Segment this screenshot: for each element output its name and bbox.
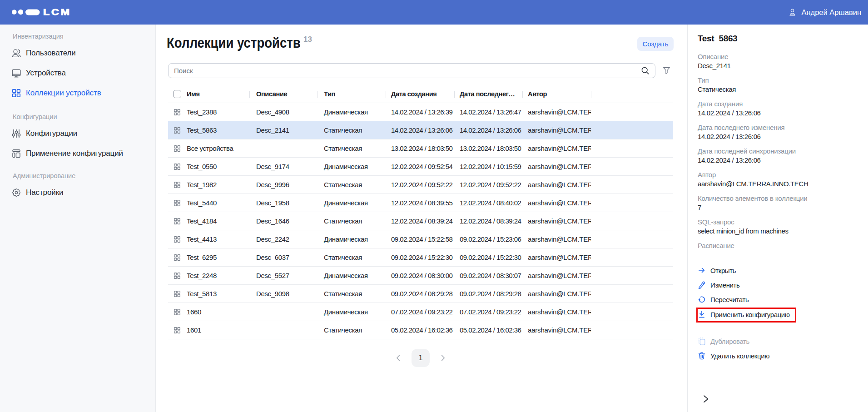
column-header[interactable]: Автор bbox=[522, 85, 591, 103]
cell-created: 12.02.2024 / 08:39:24 bbox=[386, 212, 454, 230]
table-row[interactable]: 1601Статическая05.02.2024 / 16:02:3605.0… bbox=[168, 321, 673, 339]
cell-created: 09.02.2024 / 08:30:00 bbox=[386, 267, 454, 284]
collapse-panel-icon[interactable] bbox=[700, 393, 712, 405]
cell-author: aarshavin@LCM.TERRA.INNO.TECH bbox=[522, 321, 591, 339]
cell-description: Desc_9174 bbox=[249, 158, 317, 175]
create-button[interactable]: Создать bbox=[637, 37, 674, 51]
action-download[interactable]: Применить конфигурацию bbox=[698, 307, 868, 322]
column-header[interactable]: Тип bbox=[317, 85, 386, 103]
search-row bbox=[168, 63, 673, 78]
column-header[interactable]: Дата создания bbox=[386, 85, 454, 103]
prev-page-icon[interactable] bbox=[395, 354, 402, 362]
collection-icon bbox=[174, 254, 180, 261]
cell-type: Статическая bbox=[317, 212, 386, 230]
sidebar-item-layout[interactable]: Применение конфигураций bbox=[0, 144, 155, 164]
filter-icon[interactable] bbox=[663, 66, 670, 74]
cell-type: Динамическая bbox=[317, 158, 386, 175]
table-row[interactable]: Test_1982Desc_9996Статическая12.02.2024 … bbox=[168, 176, 673, 194]
table-row[interactable]: Test_2388Desc_4908Динамическая14.02.2024… bbox=[168, 103, 673, 121]
field-label: Автор bbox=[698, 170, 868, 179]
details-title: Test_5863 bbox=[698, 33, 868, 44]
page-number[interactable]: 1 bbox=[412, 349, 430, 367]
field-value: Статическая bbox=[698, 85, 868, 94]
cell-author: aarshavin@LCM.TERRA.INNO.TECH bbox=[522, 103, 591, 121]
collection-icon bbox=[174, 273, 180, 279]
field-label: Дата создания bbox=[698, 99, 868, 109]
cell-created: 12.02.2024 / 08:39:55 bbox=[386, 194, 454, 212]
cell-description bbox=[249, 139, 317, 157]
cell-author: aarshavin@LCM.TERRA.INNO.TECH bbox=[522, 121, 591, 139]
cell-type: Статическая bbox=[317, 139, 386, 157]
sidebar-section-gap bbox=[0, 164, 155, 173]
cell-author: aarshavin@LCM.TERRA.INNO.TECH bbox=[522, 285, 591, 303]
field-value: Desc_2141 bbox=[698, 61, 868, 70]
action-pencil[interactable]: Изменить bbox=[698, 278, 868, 292]
table-row[interactable]: Test_5863Desc_2141Статическая14.02.2024 … bbox=[168, 121, 673, 139]
sidebar-section-label: Инвентаризация bbox=[0, 33, 155, 40]
field-value: 14.02.2024 / 13:26:06 bbox=[698, 156, 868, 165]
cell-type: Динамическая bbox=[317, 303, 386, 321]
cell-empty bbox=[591, 139, 673, 157]
table-row[interactable]: Test_4413Desc_2242Динамическая09.02.2024… bbox=[168, 230, 673, 248]
table-row[interactable]: Test_4184Desc_1646Статическая12.02.2024 … bbox=[168, 212, 673, 230]
cell-author: aarshavin@LCM.TERRA.INNO.TECH bbox=[522, 176, 591, 194]
sidebar-item-users[interactable]: Пользователи bbox=[0, 43, 155, 63]
action-trash[interactable]: Удалить коллекцию bbox=[698, 348, 868, 363]
column-header[interactable]: Дата последнег… bbox=[454, 85, 522, 103]
collection-icon bbox=[174, 291, 180, 297]
sidebar-item-monitor[interactable]: Устройства bbox=[0, 63, 155, 83]
cell-type: Динамическая bbox=[317, 267, 386, 284]
table-row[interactable]: Все устройстваСтатическая13.02.2024 / 18… bbox=[168, 139, 673, 158]
table-row[interactable]: Test_5813Desc_9098Статическая09.02.2024 … bbox=[168, 285, 673, 303]
cell-modified: 12.02.2024 / 08:40:02 bbox=[454, 194, 522, 212]
search-input[interactable] bbox=[168, 63, 655, 78]
cell-empty bbox=[591, 121, 673, 139]
sidebar-item-label: Коллекции устройств bbox=[26, 89, 101, 98]
gear-icon-svg bbox=[11, 188, 21, 198]
table-row[interactable]: Test_2248Desc_5527Динамическая09.02.2024… bbox=[168, 267, 673, 285]
cell-name: 1660 bbox=[187, 303, 249, 321]
grid-icon bbox=[11, 88, 21, 98]
column-header[interactable]: Описание bbox=[249, 85, 317, 103]
cell-modified: 14.02.2024 / 13:26:47 bbox=[454, 103, 522, 121]
table-row[interactable]: 1660Динамическая07.02.2024 / 09:23:2207.… bbox=[168, 303, 673, 321]
lcm-logo-icon bbox=[11, 6, 40, 19]
download-icon bbox=[698, 310, 706, 318]
sidebar-item-grid[interactable]: Коллекции устройств bbox=[0, 83, 155, 103]
table-row[interactable]: Test_0550Desc_9174Динамическая12.02.2024… bbox=[168, 158, 673, 176]
collection-icon-svg bbox=[174, 254, 180, 261]
table-row[interactable]: Test_5440Desc_1958Динамическая12.02.2024… bbox=[168, 194, 673, 212]
action-refresh[interactable]: Пересчитать bbox=[698, 292, 868, 307]
select-all-checkbox[interactable] bbox=[173, 90, 181, 98]
cell-description bbox=[249, 303, 317, 321]
user-menu[interactable]: Андрей Аршавин bbox=[789, 0, 861, 25]
next-page-icon[interactable] bbox=[439, 354, 446, 362]
table-row[interactable]: Test_6295Desc_6037Статическая09.02.2024 … bbox=[168, 248, 673, 267]
collection-icon bbox=[174, 218, 180, 224]
sidebar-item-gear[interactable]: Настройки bbox=[0, 183, 155, 203]
cell-empty bbox=[591, 321, 673, 339]
user-name: Андрей Аршавин bbox=[801, 8, 861, 17]
column-header[interactable]: Имя bbox=[187, 85, 249, 103]
cell-description: Desc_6037 bbox=[249, 248, 317, 266]
cell-created: 12.02.2024 / 09:52:22 bbox=[386, 176, 454, 194]
cell-icon bbox=[168, 139, 187, 157]
table-header-row: ИмяОписаниеТипДата созданияДата последне… bbox=[168, 85, 673, 103]
cell-name: Test_5813 bbox=[187, 285, 249, 303]
cell-type: Динамическая bbox=[317, 103, 386, 121]
count-badge: 13 bbox=[303, 35, 312, 44]
cell-type: Статическая bbox=[317, 248, 386, 266]
arrow-right-icon-svg bbox=[698, 266, 706, 274]
collection-icon-svg bbox=[174, 200, 180, 206]
details-actions: ОткрытьИзменитьПересчитатьПрименить конф… bbox=[698, 263, 868, 363]
detail-field: ОписаниеDesc_2141 bbox=[698, 52, 868, 76]
collection-icon-svg bbox=[174, 309, 180, 315]
sidebar-item-sliders[interactable]: Конфигурации bbox=[0, 124, 155, 144]
action-arrow-right[interactable]: Открыть bbox=[698, 263, 868, 278]
collapse-panel-icon-svg bbox=[702, 395, 710, 403]
cell-created: 14.02.2024 / 13:26:06 bbox=[386, 121, 454, 139]
cell-empty bbox=[591, 176, 673, 194]
detail-field: Дата последней синхронизации14.02.2024 /… bbox=[698, 147, 868, 170]
cell-name: Test_4413 bbox=[187, 230, 249, 248]
sidebar-item-label: Конфигурации bbox=[26, 129, 77, 138]
